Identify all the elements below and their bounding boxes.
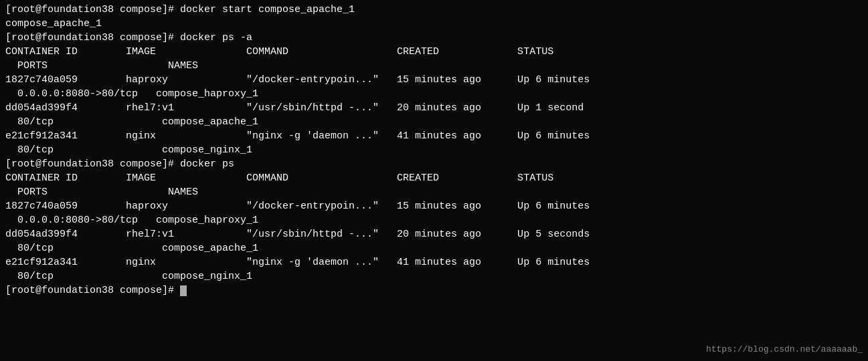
terminal-line: CONTAINER ID IMAGE COMMAND CREATED STATU… xyxy=(5,171,863,185)
terminal-line: [root@foundation38 compose]# docker ps xyxy=(5,157,863,171)
terminal-line: PORTS NAMES xyxy=(5,185,863,199)
terminal-line: 1827c740a059 haproxy "/docker-entrypoin.… xyxy=(5,73,863,87)
terminal-line: e21cf912a341 nginx "nginx -g 'daemon ...… xyxy=(5,255,863,269)
terminal-line: 0.0.0.0:8080->80/tcp compose_haproxy_1 xyxy=(5,87,863,101)
terminal-line: compose_apache_1 xyxy=(5,17,863,31)
terminal-line: CONTAINER ID IMAGE COMMAND CREATED STATU… xyxy=(5,45,863,59)
watermark: https://blog.csdn.net/aaaaaab_ xyxy=(706,344,863,356)
terminal-line: e21cf912a341 nginx "nginx -g 'daemon ...… xyxy=(5,129,863,143)
terminal-line: 80/tcp compose_apache_1 xyxy=(5,115,863,129)
terminal-line: 1827c740a059 haproxy "/docker-entrypoin.… xyxy=(5,199,863,213)
terminal-line: dd054ad399f4 rhel7:v1 "/usr/sbin/httpd -… xyxy=(5,227,863,241)
terminal-line: [root@foundation38 compose]# xyxy=(5,283,863,297)
terminal-cursor xyxy=(180,285,187,296)
terminal-line: PORTS NAMES xyxy=(5,59,863,73)
terminal-line: 0.0.0.0:8080->80/tcp compose_haproxy_1 xyxy=(5,213,863,227)
terminal-line: 80/tcp compose_nginx_1 xyxy=(5,143,863,157)
terminal-line: 80/tcp compose_apache_1 xyxy=(5,241,863,255)
terminal-line: [root@foundation38 compose]# docker ps -… xyxy=(5,31,863,45)
terminal-line: dd054ad399f4 rhel7:v1 "/usr/sbin/httpd -… xyxy=(5,101,863,115)
terminal-window: [root@foundation38 compose]# docker star… xyxy=(0,0,868,361)
terminal-line: 80/tcp compose_nginx_1 xyxy=(5,269,863,283)
terminal-line: [root@foundation38 compose]# docker star… xyxy=(5,3,863,17)
